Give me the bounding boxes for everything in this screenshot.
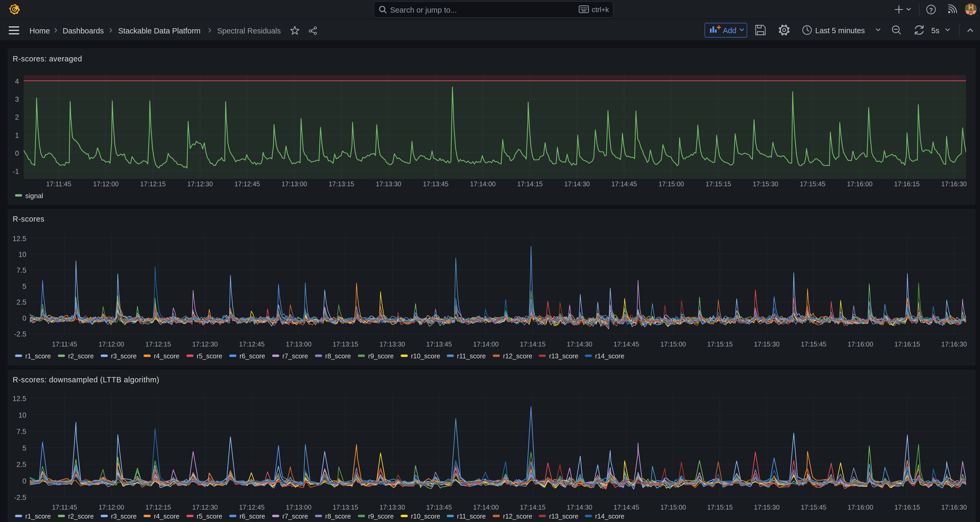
svg-text:17:13:30: 17:13:30 (380, 504, 405, 511)
svg-text:17:15:15: 17:15:15 (705, 180, 731, 188)
svg-text:7.5: 7.5 (16, 267, 26, 274)
svg-text:17:12:30: 17:12:30 (187, 180, 213, 188)
svg-text:17:14:00: 17:14:00 (473, 504, 498, 511)
svg-text:17:15:00: 17:15:00 (658, 180, 684, 188)
svg-text:r1_score: r1_score (25, 512, 51, 520)
svg-text:17:13:30: 17:13:30 (380, 340, 405, 348)
svg-text:r5_score: r5_score (197, 512, 222, 520)
svg-text:5s: 5s (931, 26, 939, 35)
svg-text:r4_score: r4_score (154, 352, 179, 360)
svg-text:17:15:00: 17:15:00 (660, 504, 686, 511)
svg-text:17:11:45: 17:11:45 (46, 180, 71, 188)
svg-text:17:13:45: 17:13:45 (426, 340, 452, 348)
svg-text:17:12:45: 17:12:45 (239, 340, 264, 348)
svg-text:r10_score: r10_score (411, 352, 440, 360)
svg-text:2.5: 2.5 (16, 461, 26, 469)
svg-text:17:16:00: 17:16:00 (848, 504, 873, 511)
svg-text:17:12:15: 17:12:15 (140, 180, 165, 188)
svg-text:17:14:45: 17:14:45 (614, 340, 639, 348)
svg-text:r11_score: r11_score (457, 512, 486, 520)
svg-text:0: 0 (15, 149, 19, 157)
svg-text:17:12:30: 17:12:30 (192, 504, 218, 511)
svg-text:17:13:00: 17:13:00 (286, 340, 312, 348)
svg-text:17:15:00: 17:15:00 (660, 340, 686, 348)
svg-text:r2_score: r2_score (68, 512, 94, 520)
svg-text:Add: Add (723, 26, 737, 35)
svg-text:12.5: 12.5 (13, 235, 26, 243)
svg-text:ctrl+k: ctrl+k (592, 6, 609, 14)
svg-text:17:14:45: 17:14:45 (611, 180, 637, 188)
svg-text:3: 3 (15, 96, 19, 103)
svg-text:Home: Home (29, 27, 50, 35)
svg-text:Stackable Data Platform: Stackable Data Platform (118, 27, 200, 35)
svg-text:17:16:00: 17:16:00 (847, 180, 872, 188)
svg-text:r7_score: r7_score (282, 352, 308, 360)
svg-text:r11_score: r11_score (457, 352, 486, 360)
svg-text:17:15:15: 17:15:15 (707, 340, 733, 348)
svg-text:17:11:45: 17:11:45 (52, 340, 77, 348)
svg-text:17:12:15: 17:12:15 (145, 504, 171, 511)
svg-text:r3_score: r3_score (111, 352, 137, 360)
svg-text:17:12:45: 17:12:45 (239, 504, 264, 511)
svg-text:Spectral Residuals: Spectral Residuals (217, 27, 281, 35)
svg-text:17:13:45: 17:13:45 (426, 504, 452, 511)
svg-text:17:13:15: 17:13:15 (333, 504, 358, 511)
svg-text:17:14:00: 17:14:00 (473, 340, 498, 348)
svg-text:17:11:45: 17:11:45 (52, 504, 77, 511)
svg-text:7.5: 7.5 (16, 428, 26, 436)
svg-text:1: 1 (15, 131, 19, 139)
svg-text:Last 5 minutes: Last 5 minutes (815, 26, 865, 35)
svg-text:17:15:45: 17:15:45 (801, 340, 826, 348)
svg-text:17:12:00: 17:12:00 (93, 180, 118, 188)
svg-text:17:16:30: 17:16:30 (941, 180, 967, 188)
svg-text:17:16:15: 17:16:15 (894, 504, 920, 511)
svg-text:0: 0 (22, 477, 26, 485)
svg-text:r1_score: r1_score (25, 352, 51, 360)
svg-text:17:13:45: 17:13:45 (423, 180, 448, 188)
svg-text:17:12:15: 17:12:15 (145, 340, 171, 348)
svg-text:r2_score: r2_score (68, 352, 94, 360)
svg-text:r14_score: r14_score (595, 352, 624, 360)
svg-text:17:14:30: 17:14:30 (567, 504, 592, 511)
svg-text:17:14:00: 17:14:00 (470, 180, 495, 188)
svg-text:Search or jump to...: Search or jump to... (390, 6, 457, 14)
svg-text:r9_score: r9_score (368, 512, 393, 520)
svg-text:17:12:30: 17:12:30 (192, 340, 218, 348)
svg-text:17:15:15: 17:15:15 (707, 504, 733, 511)
svg-text:17:14:15: 17:14:15 (520, 340, 546, 348)
svg-text:Dashboards: Dashboards (63, 27, 104, 35)
svg-text:4: 4 (15, 77, 19, 85)
svg-text:-1: -1 (13, 168, 19, 176)
svg-text:17:14:30: 17:14:30 (564, 180, 590, 188)
svg-text:r14_score: r14_score (595, 512, 624, 520)
svg-text:r6_score: r6_score (240, 352, 265, 360)
svg-text:17:14:30: 17:14:30 (567, 340, 592, 348)
svg-text:17:13:00: 17:13:00 (282, 180, 307, 188)
svg-text:signal: signal (25, 192, 43, 200)
svg-text:17:16:15: 17:16:15 (894, 340, 920, 348)
svg-text:r12_score: r12_score (503, 352, 532, 360)
svg-text:r13_score: r13_score (549, 512, 578, 520)
svg-text:17:12:00: 17:12:00 (99, 504, 124, 511)
svg-text:17:15:45: 17:15:45 (801, 504, 826, 511)
svg-text:?: ? (929, 6, 933, 14)
svg-text:r3_score: r3_score (111, 512, 137, 520)
svg-text:17:16:15: 17:16:15 (894, 180, 920, 188)
svg-text:17:15:30: 17:15:30 (754, 340, 780, 348)
svg-text:r4_score: r4_score (154, 512, 179, 520)
svg-text:17:15:30: 17:15:30 (752, 180, 778, 188)
svg-text:2.5: 2.5 (16, 298, 26, 306)
svg-text:r7_score: r7_score (282, 512, 308, 520)
svg-text:17:14:45: 17:14:45 (614, 504, 639, 511)
svg-text:5: 5 (22, 283, 26, 291)
svg-text:17:16:30: 17:16:30 (941, 340, 967, 348)
svg-text:17:16:30: 17:16:30 (941, 504, 967, 511)
svg-text:2: 2 (15, 113, 19, 121)
svg-text:17:14:15: 17:14:15 (520, 504, 546, 511)
svg-text:10: 10 (18, 411, 26, 419)
svg-text:17:14:15: 17:14:15 (517, 180, 542, 188)
svg-text:r9_score: r9_score (368, 352, 393, 360)
svg-text:17:16:00: 17:16:00 (848, 340, 873, 348)
svg-text:17:15:45: 17:15:45 (800, 180, 825, 188)
svg-text:r13_score: r13_score (549, 352, 578, 360)
